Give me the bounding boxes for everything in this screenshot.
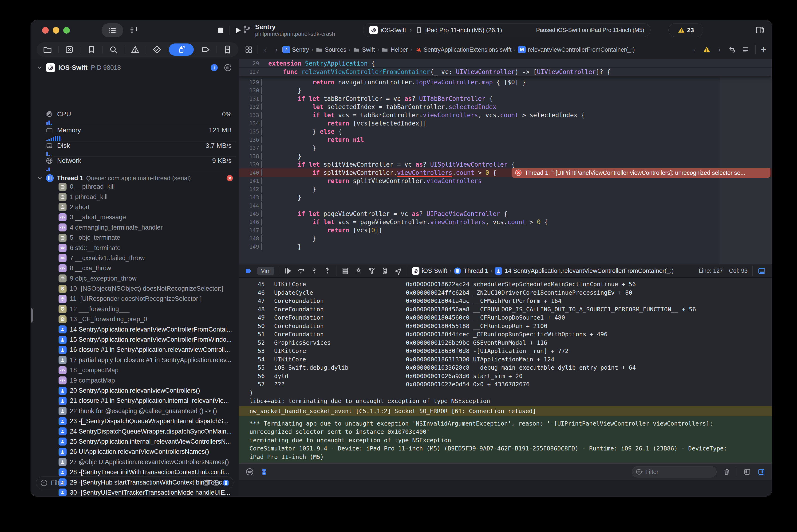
- stack-frame-row[interactable]: 23 -[_SentryDispatchQueueWrapperInternal…: [31, 416, 239, 426]
- jumpbar-item[interactable]: SentryApplicationExtensions.swift: [414, 46, 512, 53]
- previous-issue-button[interactable]: ‹: [693, 46, 695, 53]
- jumpbar-item[interactable]: Helper: [381, 46, 408, 53]
- debug-console[interactable]: 45UIKitCore0x000000018622ac24 schedulerS…: [239, 278, 772, 480]
- code-line[interactable]: 134 return [vcs[selectedIndex]]: [239, 119, 772, 127]
- inspector-toggle-button[interactable]: [750, 23, 770, 37]
- sticky-code-line[interactable]: 29extension SentryApplication {: [239, 59, 772, 68]
- close-window-button[interactable]: [42, 27, 49, 34]
- stack-frame-row[interactable]: </>3 __abort_message: [31, 212, 239, 222]
- scheme-segment[interactable]: iOS-Swift › iPad Pro 11-inch (M5) (26.1): [369, 26, 502, 34]
- navigator-tab-breakpoints[interactable]: [196, 43, 216, 56]
- error-annotation[interactable]: Thread 1: "-[UIPrintPanelViewController …: [512, 168, 771, 178]
- debug-breadcrumb-item[interactable]: Thread 1: [454, 267, 488, 275]
- disclosure-chevron-icon[interactable]: [37, 64, 43, 71]
- stack-frame-row[interactable]: 16 closure #1 in SentryApplication.relev…: [31, 345, 239, 355]
- stack-frame-row[interactable]: 1 pthread_kill: [31, 192, 239, 202]
- minimize-window-button[interactable]: [53, 27, 59, 34]
- code-line[interactable]: 140 if splitViewController.viewControlle…: [239, 169, 772, 177]
- stack-frame-row[interactable]: </>6 std::__terminate: [31, 243, 239, 253]
- stack-frame-row[interactable]: 15 SentryApplication.relevantViewControl…: [31, 335, 239, 345]
- navigator-tab-debug[interactable]: [169, 43, 194, 56]
- code-line[interactable]: 143 }: [239, 193, 772, 202]
- simulate-location-button[interactable]: [394, 267, 402, 275]
- gauge-cpu[interactable]: CPU0%: [31, 110, 239, 125]
- code-line[interactable]: 139 if let splitViewController = vc as? …: [239, 160, 772, 169]
- variables-view-icon[interactable]: [245, 468, 254, 476]
- stack-frame-row[interactable]: ⚙12 ___forwarding___: [31, 304, 239, 314]
- jumpbar-item[interactable]: MrelevantViewControllerFromContainer(_:): [518, 46, 635, 53]
- stack-frame-row[interactable]: 28 -[SentryTracer initWithTransactionCon…: [31, 467, 239, 477]
- view-layers-button[interactable]: [354, 267, 363, 275]
- stack-frame-row[interactable]: </>8 __cxa_throw: [31, 263, 239, 273]
- gauge-disk[interactable]: Disk3,7 MB/s: [31, 142, 239, 156]
- code-line[interactable]: 136 return nil: [239, 136, 772, 144]
- code-line[interactable]: 148 }: [239, 234, 772, 243]
- issues-badge[interactable]: 23: [668, 23, 703, 37]
- navigator-toggle-button[interactable]: [101, 23, 123, 37]
- stack-frame-row[interactable]: 9 objc_exception_throw: [31, 273, 239, 284]
- console-toggle-icon[interactable]: [757, 267, 766, 275]
- stack-frame-row[interactable]: 22 thunk for @escaping @callee_guarantee…: [31, 406, 239, 416]
- code-line[interactable]: 132 let selectedIndex = tabBarController…: [239, 103, 772, 111]
- jumpbar-item[interactable]: Sentry: [282, 46, 309, 53]
- stack-frame-row[interactable]: </>7 __cxxabiv1::failed_throw: [31, 253, 239, 263]
- navigator-filter-field[interactable]: Filter: [36, 477, 234, 489]
- navigator-tab-changes[interactable]: [59, 43, 79, 56]
- step-over-button[interactable]: [297, 267, 305, 275]
- stack-frame-row[interactable]: 26 UIApplication.relevantViewControllers…: [31, 447, 239, 457]
- stack-frame-row[interactable]: 25 SentryApplication.internal_relevantVi…: [31, 437, 239, 447]
- minimap-button[interactable]: [742, 45, 750, 54]
- memory-graph-button[interactable]: [368, 267, 376, 275]
- gauge-icon[interactable]: [224, 63, 232, 72]
- step-out-button[interactable]: [323, 267, 332, 275]
- code-line[interactable]: 133 if let vcs = tabBarController.viewCo…: [239, 111, 772, 119]
- navigator-tab-reports[interactable]: [218, 43, 238, 56]
- back-button[interactable]: ‹: [264, 45, 266, 54]
- navigator-tab-find[interactable]: [103, 43, 124, 56]
- console-mode-icon[interactable]: [260, 468, 268, 476]
- code-line[interactable]: 141 return splitViewController.viewContr…: [239, 177, 772, 185]
- stack-frame-row[interactable]: 20 SentryApplication.relevantviewControl…: [31, 386, 239, 396]
- debug-breadcrumb-item[interactable]: iOS-Swift: [412, 267, 447, 275]
- console-panel-toggle-icon[interactable]: [757, 468, 765, 476]
- code-line[interactable]: 149 }: [239, 243, 772, 251]
- vim-mode-badge[interactable]: Vim: [257, 267, 274, 275]
- step-into-button[interactable]: [310, 267, 318, 275]
- code-line[interactable]: 137 }: [239, 144, 772, 152]
- variables-panel-toggle-icon[interactable]: [743, 468, 751, 476]
- stack-frame-row[interactable]: 24 SentryDispatchQueueWrapper.dispatchSy…: [31, 426, 239, 436]
- add-editor-button[interactable]: +: [761, 44, 766, 55]
- code-line[interactable]: 147 return [vcs[0]]: [239, 226, 772, 234]
- crashed-threads-filter-icon[interactable]: [222, 479, 229, 487]
- stack-frame-row[interactable]: ⚙13 _CF_forwarding_prep_0: [31, 314, 239, 324]
- gauge-network[interactable]: Network9 KB/s: [31, 157, 239, 171]
- environment-overrides-button[interactable]: [381, 267, 389, 275]
- breakpoints-toggle-icon[interactable]: [244, 267, 253, 275]
- code-line[interactable]: 129 return navigationController.topViewC…: [239, 78, 772, 86]
- stack-frame-row[interactable]: </>18 _compactMap: [31, 365, 239, 375]
- process-row[interactable]: iOS-Swift PID 98018: [31, 62, 239, 74]
- console-filter-field[interactable]: Filter: [632, 466, 717, 477]
- run-button[interactable]: [234, 26, 242, 34]
- stack-frame-row[interactable]: 11 -[UIResponder doesNotRecognizeSelecto…: [31, 294, 239, 304]
- source-editor[interactable]: 29extension SentryApplication {127 func …: [239, 59, 772, 264]
- jumpbar-item[interactable]: Swift: [353, 46, 375, 53]
- code-line[interactable]: 135 } else {: [239, 127, 772, 136]
- navigator-tab-project[interactable]: [37, 43, 58, 56]
- stack-frame-row[interactable]: 14 SentryApplication.relevantViewControl…: [31, 324, 239, 335]
- intelligence-button[interactable]: [130, 25, 140, 36]
- next-issue-button[interactable]: ›: [718, 46, 720, 53]
- code-line[interactable]: 131 if let tabBarController = vc as? UIT…: [239, 94, 772, 103]
- code-line[interactable]: 146 if let vcs = pageViewController.view…: [239, 218, 772, 226]
- grouped-toggle-icon[interactable]: [212, 479, 220, 487]
- gauge-memory[interactable]: Memory121 MB: [31, 126, 239, 141]
- sidebar-drag-handle[interactable]: [31, 308, 33, 323]
- code-line[interactable]: 145 if let pageViewController = vc as? U…: [239, 210, 772, 218]
- related-items-button[interactable]: [244, 45, 253, 54]
- navigator-tab-tests[interactable]: [147, 43, 167, 56]
- stack-frame-row[interactable]: 21 closure #1 in SentryApplication.inter…: [31, 396, 239, 406]
- clear-console-icon[interactable]: [723, 468, 731, 476]
- stack-frame-row[interactable]: </>19 compactMap: [31, 375, 239, 385]
- stack-frame-row[interactable]: ⚙10 -[NSObject(NSObject) doesNotRecogniz…: [31, 284, 239, 294]
- stack-frame-row[interactable]: 0 __pthread_kill: [31, 182, 239, 192]
